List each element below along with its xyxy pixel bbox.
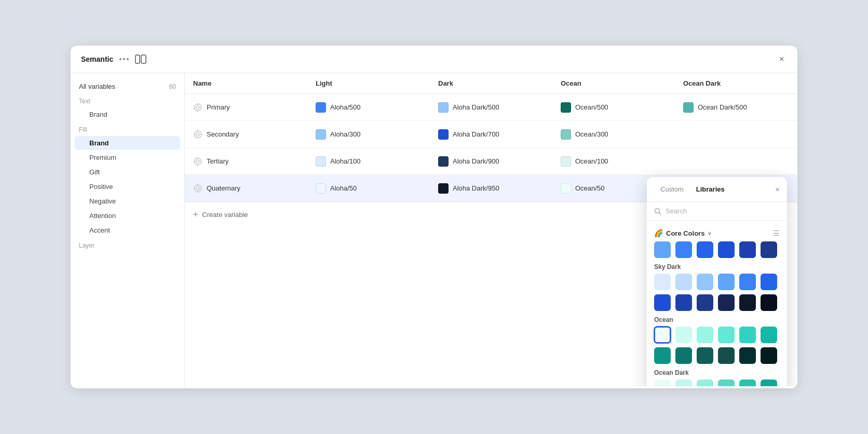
color-cell[interactable] [697, 347, 713, 364]
color-cell[interactable] [718, 379, 735, 386]
picker-close-button[interactable]: × [775, 185, 780, 194]
sidebar-item-accent[interactable]: Accent [75, 223, 180, 237]
svg-point-15 [196, 160, 199, 163]
color-cell[interactable] [761, 327, 777, 343]
sidebar-item-negative[interactable]: Negative [75, 194, 180, 208]
sidebar-item-premium[interactable]: Premium [75, 151, 180, 165]
color-cell[interactable] [675, 347, 692, 364]
sidebar-all-variables[interactable]: All variables 60 [71, 79, 184, 93]
color-cell[interactable] [697, 241, 713, 258]
cell-primary-name: Primary [185, 94, 307, 121]
color-cell[interactable] [654, 274, 671, 290]
cell-quaternary-dark[interactable]: Aloha Dark/950 [430, 175, 552, 202]
swatch-secondary-dark [438, 129, 449, 140]
color-cell[interactable] [718, 294, 735, 311]
variable-icon [193, 130, 202, 139]
sidebar-item-brand-text[interactable]: Brand [75, 107, 180, 121]
color-cell[interactable] [761, 241, 777, 258]
panel-header-left: Semantic [81, 55, 146, 64]
ocean-row2 [654, 347, 780, 364]
sidebar-item-brand-fill[interactable]: Brand [75, 136, 180, 150]
sidebar-item-attention[interactable]: Attention [75, 209, 180, 223]
cell-quaternary-light[interactable]: Aloha/50 [307, 175, 430, 202]
color-cell[interactable] [654, 347, 671, 364]
cell-tertiary-light[interactable]: Aloha/100 [307, 148, 430, 175]
sidebar: All variables 60 Text Brand Fill Brand P… [71, 73, 185, 386]
core-colors-label: Core Colors [666, 229, 704, 237]
create-variable-label: Create variable [202, 211, 248, 219]
color-cell[interactable] [761, 274, 777, 290]
cell-tertiary-ocean-dark[interactable] [675, 148, 797, 175]
outer-wrapper: Semantic × All variab [0, 0, 868, 434]
swatch-primary-dark [438, 102, 449, 113]
swatch-secondary-ocean [561, 129, 571, 140]
color-cell[interactable] [675, 294, 692, 311]
cell-primary-ocean[interactable]: Ocean/500 [552, 94, 675, 121]
color-cell[interactable] [739, 241, 756, 258]
color-cell[interactable] [718, 241, 735, 258]
table-row: Tertiary Aloha/100 [185, 148, 797, 175]
close-button[interactable]: × [777, 54, 787, 64]
color-cell[interactable] [739, 327, 756, 343]
cell-secondary-light[interactable]: Aloha/300 [307, 121, 430, 148]
color-cell[interactable] [675, 379, 692, 386]
quaternary-label: Quaternary [207, 184, 240, 192]
color-cell[interactable] [718, 347, 735, 364]
color-cell[interactable] [654, 379, 671, 386]
color-cell[interactable] [697, 327, 713, 343]
sky-color-row1 [654, 241, 780, 258]
col-header-ocean-dark: Ocean Dark [675, 73, 797, 94]
color-cell[interactable] [761, 294, 777, 311]
cell-primary-ocean-dark[interactable]: Ocean Dark/500 [675, 94, 797, 121]
cell-secondary-ocean-dark[interactable] [675, 121, 797, 148]
cell-primary-dark[interactable]: Aloha Dark/500 [430, 94, 552, 121]
color-cell[interactable] [761, 379, 777, 386]
dot-3 [127, 58, 129, 60]
secondary-label: Secondary [207, 130, 239, 138]
color-cell-selected[interactable] [654, 327, 671, 343]
dot-2 [123, 58, 125, 60]
all-variables-label: All variables [79, 83, 115, 90]
sky-dark-row1 [654, 274, 780, 290]
color-cell[interactable] [675, 241, 692, 258]
label-quaternary-light: Aloha/50 [330, 184, 357, 192]
cell-tertiary-dark[interactable]: Aloha Dark/900 [430, 148, 552, 175]
svg-point-21 [196, 187, 199, 190]
color-cell[interactable] [739, 379, 756, 386]
dots-menu[interactable] [119, 58, 129, 60]
color-cell[interactable] [739, 294, 756, 311]
variable-icon [193, 157, 202, 166]
sidebar-item-positive[interactable]: Positive [75, 180, 180, 194]
tab-libraries[interactable]: Libraries [690, 183, 731, 195]
color-cell[interactable] [718, 327, 735, 343]
color-cell[interactable] [675, 327, 692, 343]
swatch-tertiary-light [316, 156, 326, 167]
color-cell[interactable] [761, 347, 777, 364]
color-cell[interactable] [739, 274, 756, 290]
color-cell[interactable] [739, 347, 756, 364]
color-cell[interactable] [697, 274, 713, 290]
picker-section-title-core[interactable]: 🌈 Core Colors ∨ [654, 229, 711, 237]
layout-icon[interactable] [135, 55, 146, 64]
color-cell[interactable] [654, 294, 671, 311]
picker-search-input[interactable] [666, 207, 780, 215]
color-cell[interactable] [718, 274, 735, 290]
picker-tabs: Custom Libraries [654, 183, 731, 195]
panel-header: Semantic × [71, 46, 797, 73]
create-plus-icon: + [193, 210, 198, 219]
sidebar-section-fill: Fill [71, 122, 184, 135]
sidebar-item-gift[interactable]: Gift [75, 165, 180, 179]
cell-secondary-dark[interactable]: Aloha Dark/700 [430, 121, 552, 148]
rainbow-icon: 🌈 [654, 229, 663, 237]
color-cell[interactable] [697, 294, 713, 311]
panel-title: Semantic [81, 55, 113, 63]
cell-secondary-ocean[interactable]: Ocean/300 [552, 121, 675, 148]
color-cell[interactable] [675, 274, 692, 290]
cell-primary-light[interactable]: Aloha/500 [307, 94, 430, 121]
color-cell[interactable] [654, 241, 671, 258]
list-icon[interactable]: ☰ [773, 229, 780, 237]
cell-tertiary-ocean[interactable]: Ocean/100 [552, 148, 675, 175]
variable-icon [193, 103, 202, 112]
tab-custom[interactable]: Custom [654, 183, 690, 195]
color-cell[interactable] [697, 379, 713, 386]
